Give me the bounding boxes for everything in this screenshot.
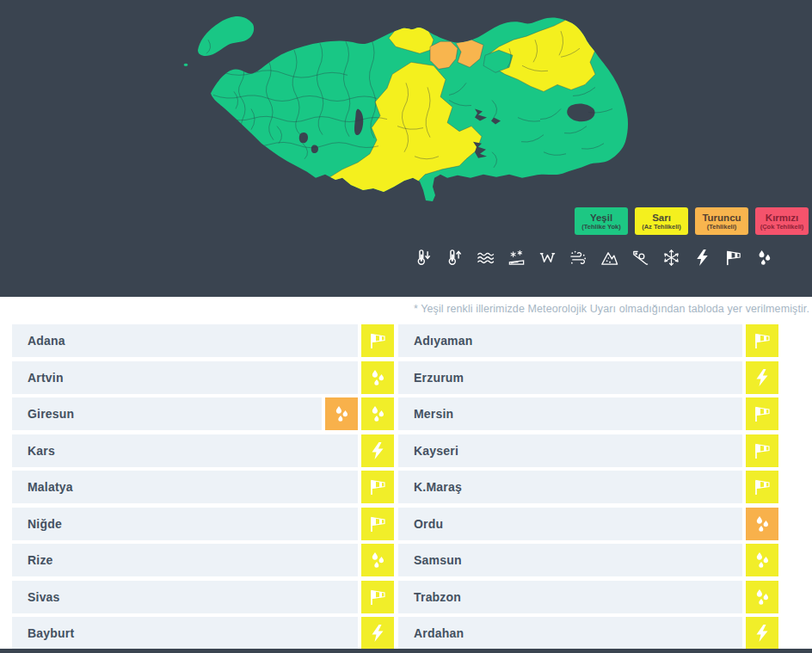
high-temperature-icon xyxy=(445,248,464,268)
city-row-ordu[interactable]: Ordu xyxy=(398,508,778,540)
thunderstorm-icon xyxy=(692,248,712,268)
risk-legend: Yeşil(Tehlike Yok)Sarı(Az Tehlikeli)Turu… xyxy=(575,207,809,235)
rain-warning-badge-yellow[interactable] xyxy=(746,581,778,613)
city-row-sivas[interactable]: Sivas xyxy=(12,581,394,613)
green-provinces-note: * Yeşil renkli illerimizde Meteorolojik … xyxy=(414,303,809,315)
strong-wind-icon xyxy=(723,248,743,268)
city-name: Adana xyxy=(12,324,358,357)
city-row-mersin[interactable]: Mersin xyxy=(398,397,778,430)
agricultural-frost-icon xyxy=(507,248,526,268)
city-row-ad-yaman[interactable]: Adıyaman xyxy=(398,324,778,357)
windsock-warning-badge-yellow[interactable] xyxy=(361,508,394,540)
city-name: Kayseri xyxy=(398,434,742,467)
city-row-giresun[interactable]: Giresun xyxy=(12,397,394,430)
low-temperature-icon xyxy=(414,248,434,268)
city-row-erzurum[interactable]: Erzurum xyxy=(398,361,778,394)
warning-table-left-column: AdanaArtvinGiresunKarsMalatyaNiğdeRizeSi… xyxy=(12,324,394,653)
city-row-trabzon[interactable]: Trabzon xyxy=(398,581,778,613)
city-name: Mersin xyxy=(398,397,742,430)
city-name: Samsun xyxy=(398,544,742,576)
windsock-warning-badge-yellow[interactable] xyxy=(746,397,778,430)
legend-label: Sarı xyxy=(635,213,688,223)
legend-sublabel: (Tehlike Yok) xyxy=(575,224,628,231)
legend-badge-orange: Turuncu(Tehlikeli) xyxy=(695,207,748,235)
legend-badge-yellow: Sarı(Az Tehlikeli) xyxy=(635,207,688,235)
rain-warning-badge-yellow[interactable] xyxy=(746,544,778,576)
city-row-bayburt[interactable]: Bayburt xyxy=(12,617,394,650)
turkey-map-svg xyxy=(182,5,638,203)
rain-warning-badge-orange[interactable] xyxy=(746,508,778,540)
city-row-k-mara-[interactable]: K.Maraş xyxy=(398,471,778,503)
city-row-samsun[interactable]: Samsun xyxy=(398,544,778,576)
windsock-warning-badge-yellow[interactable] xyxy=(361,324,394,357)
rain-warning-badge-orange[interactable] xyxy=(325,397,358,430)
rain-warning-badge-yellow[interactable] xyxy=(361,361,394,394)
lightning-warning-badge-yellow[interactable] xyxy=(746,617,778,650)
windsock-warning-badge-yellow[interactable] xyxy=(361,581,394,613)
city-name: Bayburt xyxy=(12,617,358,650)
snow-icing-icon xyxy=(661,248,681,268)
city-name: Giresun xyxy=(12,397,322,430)
legend-label: Kırmızı xyxy=(755,213,809,223)
city-name: K.Maraş xyxy=(398,471,742,503)
rain-warning-badge-yellow[interactable] xyxy=(361,397,394,430)
city-row-rize[interactable]: Rize xyxy=(12,544,394,576)
city-row-adana[interactable]: Adana xyxy=(12,324,394,357)
city-name: Niğde xyxy=(12,508,358,540)
island xyxy=(184,64,188,66)
city-name: Sivas xyxy=(12,581,358,613)
city-name: Ardahan xyxy=(398,617,742,650)
city-row-kayseri[interactable]: Kayseri xyxy=(398,434,778,467)
lightning-warning-badge-yellow[interactable] xyxy=(361,617,394,650)
legend-badge-green: Yeşil(Tehlike Yok) xyxy=(575,207,628,235)
turkey-warning-map[interactable] xyxy=(182,5,638,203)
windsock-warning-badge-yellow[interactable] xyxy=(746,471,778,503)
fog-icon xyxy=(538,248,557,268)
rain-warning-badge-yellow[interactable] xyxy=(361,544,394,576)
heavy-rain-icon xyxy=(754,248,774,268)
city-row-malatya[interactable]: Malatya xyxy=(12,471,394,503)
lightning-warning-badge-yellow[interactable] xyxy=(746,361,778,394)
thrace-region xyxy=(198,16,254,56)
city-name: Ordu xyxy=(398,508,742,540)
avalanche-icon xyxy=(600,248,619,268)
legend-sublabel: (Tehlikeli) xyxy=(695,224,748,231)
rockfall-icon xyxy=(631,248,650,268)
city-row-artvin[interactable]: Artvin xyxy=(12,361,394,394)
city-row-kars[interactable]: Kars xyxy=(12,434,394,467)
bottom-divider-bar xyxy=(0,649,812,653)
city-name: Trabzon xyxy=(398,581,742,613)
city-row-ni-de[interactable]: Niğde xyxy=(12,508,394,540)
lightning-warning-badge-yellow[interactable] xyxy=(361,434,394,467)
warning-type-icon-strip xyxy=(414,248,774,268)
city-name: Rize xyxy=(12,544,358,576)
legend-label: Turuncu xyxy=(695,213,748,223)
city-name: Adıyaman xyxy=(398,324,742,357)
city-row-ardahan[interactable]: Ardahan xyxy=(398,617,778,650)
legend-sublabel: (Az Tehlikeli) xyxy=(635,224,688,231)
windsock-warning-badge-yellow[interactable] xyxy=(361,471,394,503)
city-name: Artvin xyxy=(12,361,358,394)
legend-label: Yeşil xyxy=(575,213,628,223)
windsock-warning-badge-yellow[interactable] xyxy=(746,324,778,357)
windsock-warning-badge-yellow[interactable] xyxy=(746,434,778,467)
city-name: Kars xyxy=(12,434,358,467)
map-panel: Yeşil(Tehlike Yok)Sarı(Az Tehlikeli)Turu… xyxy=(0,0,812,297)
legend-sublabel: (Çok Tehlikeli) xyxy=(755,224,809,231)
rough-sea-icon xyxy=(476,248,495,268)
city-name: Erzurum xyxy=(398,361,742,394)
warning-table-right-column: AdıyamanErzurumMersinKayseriK.MaraşOrduS… xyxy=(398,324,778,653)
city-name: Malatya xyxy=(12,471,358,503)
legend-badge-red: Kırmızı(Çok Tehlikeli) xyxy=(755,207,809,235)
blowing-snow-icon xyxy=(569,248,588,268)
